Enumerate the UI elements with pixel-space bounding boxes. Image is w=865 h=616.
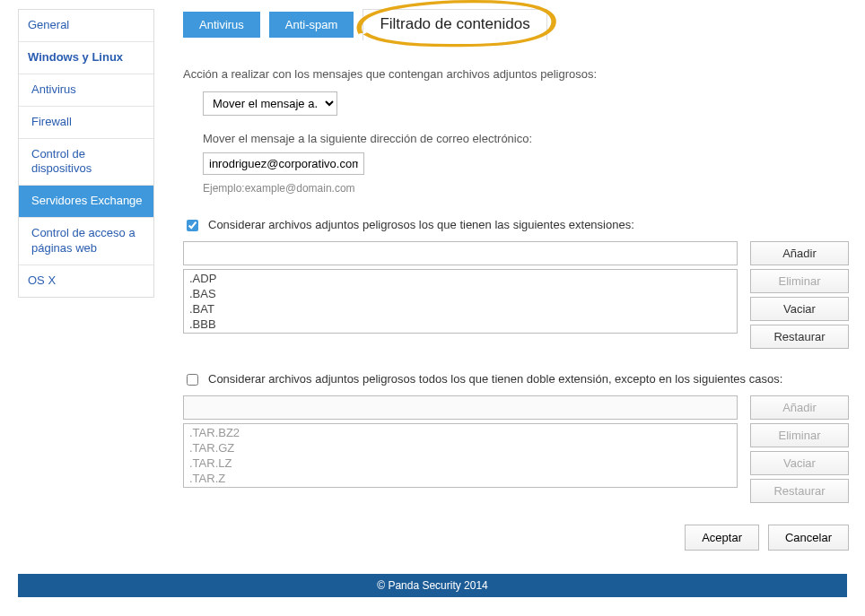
double-ext-remove-button[interactable]: Eliminar [750,423,849,447]
double-ext-label: Considerar archivos adjuntos peligrosos … [208,372,782,386]
ext-list[interactable]: .ADP .BAS .BAT .BBB .CHM [183,269,738,334]
sidebar-item-control-dispositivos[interactable]: Control de dispositivos [19,139,153,187]
list-item: .TAR.BZ2 [189,426,731,441]
list-item: .TAR.Z [189,472,731,487]
footer-copyright: © Panda Security 2014 [18,574,847,597]
ext-clear-button[interactable]: Vaciar [750,297,849,321]
sidebar-item-control-acceso-web[interactable]: Control de acceso a páginas web [19,218,153,265]
list-item: .TAR.GZ [189,441,731,456]
move-email-label: Mover el mensaje a la siguiente direcció… [203,132,849,145]
list-item[interactable]: .BBB [189,317,731,333]
list-item: .TAR.LZ [189,456,731,472]
double-ext-checkbox[interactable] [187,374,198,386]
email-input[interactable] [203,152,364,175]
double-ext-clear-button[interactable]: Vaciar [750,451,849,475]
sidebar: General Windows y Linux Antivirus Firewa… [18,9,154,298]
dangerous-ext-label: Considerar archivos adjuntos peligrosos … [208,218,634,231]
sidebar-item-antivirus[interactable]: Antivirus [19,74,153,107]
action-select[interactable]: Mover el mensaje a... [203,91,337,116]
double-ext-input[interactable] [183,395,738,420]
sidebar-item-windows-linux[interactable]: Windows y Linux [19,42,153,74]
double-ext-add-button[interactable]: Añadir [750,395,849,420]
list-item[interactable]: .BAT [189,302,731,317]
list-item[interactable]: .CHM [189,333,731,334]
sidebar-item-osx[interactable]: OS X [19,265,153,297]
sidebar-item-general[interactable]: General [19,10,153,42]
tabs-row: Antivirus Anti-spam Filtrado de contenid… [183,9,849,40]
tab-filtrado-contenidos[interactable]: Filtrado de contenidos [363,9,546,40]
cancel-button[interactable]: Cancelar [768,525,849,551]
main-content: Antivirus Anti-spam Filtrado de contenid… [154,0,865,574]
sidebar-item-firewall[interactable]: Firewall [19,107,153,139]
ext-restore-button[interactable]: Restaurar [750,325,849,349]
sidebar-item-servidores-exchange[interactable]: Servidores Exchange [19,186,153,218]
ext-add-button[interactable]: Añadir [750,241,849,265]
action-prompt-label: Acción a realizar con los mensajes que c… [183,67,849,81]
double-ext-restore-button[interactable]: Restaurar [750,479,849,503]
tab-antispam[interactable]: Anti-spam [269,12,354,38]
tab-antivirus[interactable]: Antivirus [183,12,260,38]
ext-remove-button[interactable]: Eliminar [750,269,849,293]
dangerous-ext-checkbox[interactable] [187,220,198,231]
list-item[interactable]: .BAS [189,287,731,302]
double-ext-list[interactable]: .TAR.BZ2 .TAR.GZ .TAR.LZ .TAR.Z [183,423,738,488]
ext-input[interactable] [183,241,738,265]
accept-button[interactable]: Aceptar [685,525,759,551]
email-example-label: Ejemplo:example@domain.com [203,182,849,195]
list-item[interactable]: .ADP [189,272,731,287]
